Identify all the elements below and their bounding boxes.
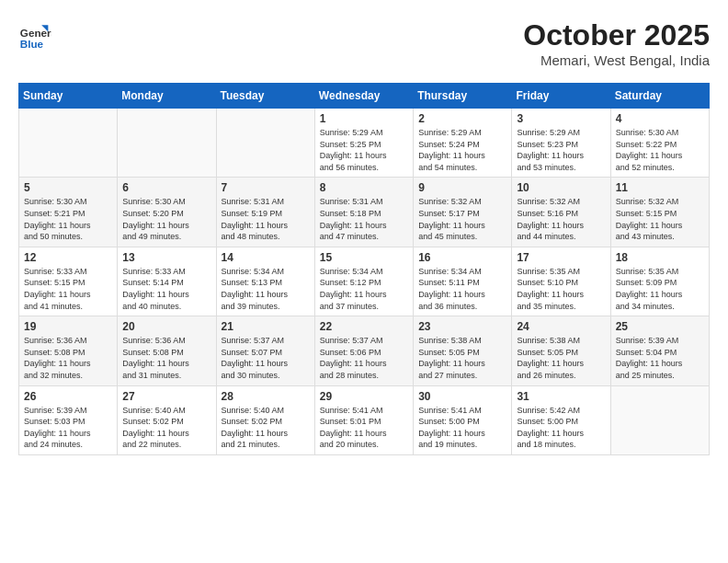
day-content: Sunrise: 5:29 AMSunset: 5:25 PMDaylight:… xyxy=(320,127,408,173)
calendar-cell: 9Sunrise: 5:32 AMSunset: 5:17 PMDaylight… xyxy=(414,178,512,247)
header-wednesday: Wednesday xyxy=(314,84,413,109)
day-number: 10 xyxy=(517,181,605,194)
day-content: Sunrise: 5:30 AMSunset: 5:22 PMDaylight:… xyxy=(616,127,704,173)
day-number: 29 xyxy=(320,390,408,403)
svg-text:Blue: Blue xyxy=(20,38,44,50)
calendar-cell: 10Sunrise: 5:32 AMSunset: 5:16 PMDayligh… xyxy=(512,178,610,247)
calendar-cell: 31Sunrise: 5:42 AMSunset: 5:00 PMDayligh… xyxy=(512,385,610,454)
day-number: 15 xyxy=(320,251,408,264)
day-content: Sunrise: 5:29 AMSunset: 5:23 PMDaylight:… xyxy=(517,127,605,173)
day-content: Sunrise: 5:41 AMSunset: 5:01 PMDaylight:… xyxy=(320,405,408,451)
logo: General Blue xyxy=(18,18,51,52)
calendar-cell: 11Sunrise: 5:32 AMSunset: 5:15 PMDayligh… xyxy=(610,178,709,247)
day-content: Sunrise: 5:40 AMSunset: 5:02 PMDaylight:… xyxy=(122,405,210,451)
day-content: Sunrise: 5:39 AMSunset: 5:03 PMDaylight:… xyxy=(24,405,112,451)
day-content: Sunrise: 5:42 AMSunset: 5:00 PMDaylight:… xyxy=(517,405,605,451)
day-content: Sunrise: 5:36 AMSunset: 5:08 PMDaylight:… xyxy=(122,335,210,381)
day-content: Sunrise: 5:38 AMSunset: 5:05 PMDaylight:… xyxy=(418,335,506,381)
day-number: 18 xyxy=(616,251,704,264)
calendar-cell: 20Sunrise: 5:36 AMSunset: 5:08 PMDayligh… xyxy=(118,316,216,385)
day-number: 25 xyxy=(616,320,704,333)
day-number: 4 xyxy=(616,112,704,125)
day-content: Sunrise: 5:35 AMSunset: 5:10 PMDaylight:… xyxy=(517,266,605,312)
calendar-cell: 25Sunrise: 5:39 AMSunset: 5:04 PMDayligh… xyxy=(610,316,709,385)
header-thursday: Thursday xyxy=(414,84,512,109)
day-number: 20 xyxy=(122,320,210,333)
day-number: 23 xyxy=(418,320,506,333)
day-content: Sunrise: 5:32 AMSunset: 5:17 PMDaylight:… xyxy=(418,196,506,242)
calendar-cell: 18Sunrise: 5:35 AMSunset: 5:09 PMDayligh… xyxy=(610,247,709,316)
calendar-cell: 30Sunrise: 5:41 AMSunset: 5:00 PMDayligh… xyxy=(414,385,512,454)
calendar-cell: 3Sunrise: 5:29 AMSunset: 5:23 PMDaylight… xyxy=(512,109,610,178)
calendar-cell: 15Sunrise: 5:34 AMSunset: 5:12 PMDayligh… xyxy=(314,247,413,316)
day-number: 17 xyxy=(517,251,605,264)
day-number: 5 xyxy=(24,181,112,194)
calendar-cell: 12Sunrise: 5:33 AMSunset: 5:15 PMDayligh… xyxy=(19,247,118,316)
month-title: October 2025 xyxy=(523,18,710,52)
calendar-cell: 6Sunrise: 5:30 AMSunset: 5:20 PMDaylight… xyxy=(118,178,216,247)
calendar-cell: 27Sunrise: 5:40 AMSunset: 5:02 PMDayligh… xyxy=(118,385,216,454)
header-tuesday: Tuesday xyxy=(216,84,314,109)
calendar-cell: 26Sunrise: 5:39 AMSunset: 5:03 PMDayligh… xyxy=(19,385,118,454)
day-content: Sunrise: 5:33 AMSunset: 5:14 PMDaylight:… xyxy=(122,266,210,312)
header-saturday: Saturday xyxy=(610,84,709,109)
day-content: Sunrise: 5:32 AMSunset: 5:16 PMDaylight:… xyxy=(517,196,605,242)
header-monday: Monday xyxy=(118,84,216,109)
logo-icon: General Blue xyxy=(18,18,51,52)
day-content: Sunrise: 5:34 AMSunset: 5:11 PMDaylight:… xyxy=(418,266,506,312)
calendar-cell: 7Sunrise: 5:31 AMSunset: 5:19 PMDaylight… xyxy=(216,178,314,247)
day-number: 24 xyxy=(517,320,605,333)
calendar-cell: 23Sunrise: 5:38 AMSunset: 5:05 PMDayligh… xyxy=(414,316,512,385)
calendar-cell: 13Sunrise: 5:33 AMSunset: 5:14 PMDayligh… xyxy=(118,247,216,316)
day-number: 7 xyxy=(222,181,310,194)
day-content: Sunrise: 5:32 AMSunset: 5:15 PMDaylight:… xyxy=(616,196,704,242)
day-content: Sunrise: 5:33 AMSunset: 5:15 PMDaylight:… xyxy=(24,266,112,312)
week-row-5: 26Sunrise: 5:39 AMSunset: 5:03 PMDayligh… xyxy=(19,385,710,454)
calendar-header: SundayMondayTuesdayWednesdayThursdayFrid… xyxy=(19,84,710,109)
calendar-cell: 4Sunrise: 5:30 AMSunset: 5:22 PMDaylight… xyxy=(610,109,709,178)
day-number: 26 xyxy=(24,390,112,403)
calendar-cell: 14Sunrise: 5:34 AMSunset: 5:13 PMDayligh… xyxy=(216,247,314,316)
day-number: 19 xyxy=(24,320,112,333)
day-content: Sunrise: 5:37 AMSunset: 5:07 PMDaylight:… xyxy=(222,335,310,381)
header-friday: Friday xyxy=(512,84,610,109)
calendar-cell: 8Sunrise: 5:31 AMSunset: 5:18 PMDaylight… xyxy=(314,178,413,247)
calendar-cell: 24Sunrise: 5:38 AMSunset: 5:05 PMDayligh… xyxy=(512,316,610,385)
day-number: 12 xyxy=(24,251,112,264)
calendar-body: 1Sunrise: 5:29 AMSunset: 5:25 PMDaylight… xyxy=(19,109,710,455)
week-row-4: 19Sunrise: 5:36 AMSunset: 5:08 PMDayligh… xyxy=(19,316,710,385)
day-number: 28 xyxy=(222,390,310,403)
calendar-cell: 19Sunrise: 5:36 AMSunset: 5:08 PMDayligh… xyxy=(19,316,118,385)
day-content: Sunrise: 5:31 AMSunset: 5:19 PMDaylight:… xyxy=(222,196,310,242)
day-number: 21 xyxy=(222,320,310,333)
week-row-2: 5Sunrise: 5:30 AMSunset: 5:21 PMDaylight… xyxy=(19,178,710,247)
day-content: Sunrise: 5:35 AMSunset: 5:09 PMDaylight:… xyxy=(616,266,704,312)
day-content: Sunrise: 5:30 AMSunset: 5:20 PMDaylight:… xyxy=(122,196,210,242)
header-sunday: Sunday xyxy=(19,84,118,109)
day-number: 1 xyxy=(320,112,408,125)
day-number: 27 xyxy=(122,390,210,403)
calendar-cell: 17Sunrise: 5:35 AMSunset: 5:10 PMDayligh… xyxy=(512,247,610,316)
day-content: Sunrise: 5:36 AMSunset: 5:08 PMDaylight:… xyxy=(24,335,112,381)
day-content: Sunrise: 5:40 AMSunset: 5:02 PMDaylight:… xyxy=(222,405,310,451)
day-content: Sunrise: 5:34 AMSunset: 5:13 PMDaylight:… xyxy=(222,266,310,312)
calendar-cell: 22Sunrise: 5:37 AMSunset: 5:06 PMDayligh… xyxy=(314,316,413,385)
calendar-cell: 29Sunrise: 5:41 AMSunset: 5:01 PMDayligh… xyxy=(314,385,413,454)
day-content: Sunrise: 5:29 AMSunset: 5:24 PMDaylight:… xyxy=(418,127,506,173)
day-number: 2 xyxy=(418,112,506,125)
day-number: 13 xyxy=(122,251,210,264)
title-block: October 2025 Memari, West Bengal, India xyxy=(523,18,710,68)
calendar-cell: 2Sunrise: 5:29 AMSunset: 5:24 PMDaylight… xyxy=(414,109,512,178)
day-content: Sunrise: 5:39 AMSunset: 5:04 PMDaylight:… xyxy=(616,335,704,381)
day-number: 11 xyxy=(616,181,704,194)
day-number: 6 xyxy=(122,181,210,194)
location: Memari, West Bengal, India xyxy=(523,52,710,68)
day-number: 8 xyxy=(320,181,408,194)
day-number: 3 xyxy=(517,112,605,125)
day-number: 22 xyxy=(320,320,408,333)
day-content: Sunrise: 5:31 AMSunset: 5:18 PMDaylight:… xyxy=(320,196,408,242)
day-content: Sunrise: 5:41 AMSunset: 5:00 PMDaylight:… xyxy=(418,405,506,451)
day-number: 31 xyxy=(517,390,605,403)
page-header: General Blue October 2025 Memari, West B… xyxy=(18,18,710,68)
day-content: Sunrise: 5:34 AMSunset: 5:12 PMDaylight:… xyxy=(320,266,408,312)
